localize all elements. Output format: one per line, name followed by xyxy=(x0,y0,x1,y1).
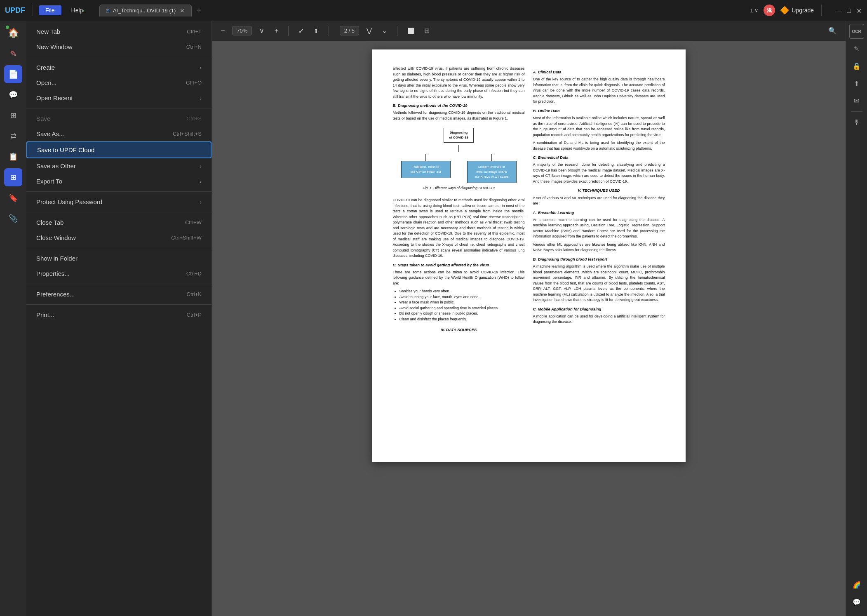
file-menu: New Tab Ctrl+T New Window Ctrl+N Create … xyxy=(26,21,212,616)
sidebar-icon-pdf[interactable]: 📄 xyxy=(4,65,22,83)
mail-icon[interactable]: ✉ xyxy=(849,93,864,108)
fit-page-button[interactable]: ⤢ xyxy=(296,25,306,36)
page-last-button[interactable]: ⋁ xyxy=(364,25,374,36)
menu-separator-3 xyxy=(26,191,211,192)
page-next-button[interactable]: ⌄ xyxy=(379,25,390,36)
sidebar-icon-convert[interactable]: ⇄ xyxy=(4,127,22,145)
menu-item-save-to-updf-cloud[interactable]: Save to UPDF Cloud xyxy=(26,141,211,158)
bullet-5: Do not openly cough or sneeze in public … xyxy=(399,311,525,317)
sidebar-icon-edit[interactable]: ✎ xyxy=(4,45,22,63)
menu-item-close-window[interactable]: Close Window Ctrl+Shift+W xyxy=(26,230,211,245)
sidebar-icon-comment[interactable]: 💬 xyxy=(4,86,22,104)
pdf-para-1: affected with COVID-19 virus, if patient… xyxy=(393,66,525,99)
menu-item-save-as[interactable]: Save As... Ctrl+Shift+S xyxy=(26,126,211,141)
pdf-para-4: There are some actions can be taken to a… xyxy=(393,270,525,287)
sidebar-icon-form[interactable]: 📋 xyxy=(4,148,22,166)
fig-branch-right: Modern method ofmedical image scanslike … xyxy=(467,154,517,183)
columns-button[interactable]: ⊞ xyxy=(422,25,432,36)
menu-item-preferences[interactable]: Preferences... Ctrl+K xyxy=(26,287,211,302)
arrow-icon-protect: › xyxy=(200,199,202,205)
menu-item-label: New Tab xyxy=(36,28,60,35)
arrow-icon-open-recent: › xyxy=(200,95,202,101)
edit-icon[interactable]: ✎ xyxy=(849,41,864,56)
color-icon[interactable]: 🌈 xyxy=(849,577,864,592)
pdf-para-a2: An ensemble machine learning can be used… xyxy=(533,217,665,240)
arrow-icon-create: › xyxy=(200,64,202,71)
menu-item-close-tab[interactable]: Close Tab Ctrl+W xyxy=(26,215,211,230)
pdf-subtitle-c: C. Steps taken to avoid getting affected… xyxy=(393,262,525,268)
tab-area: ⊡ AI_Techniqu...OVID-19 (1) ✕ + xyxy=(99,5,747,16)
menu-item-properties[interactable]: Properties... Ctrl+D xyxy=(26,266,211,281)
pdf-area: − 70% ∨ + ⤢ ⬆ 2 / 5 ⋁ ⌄ ⬜ ⊞ 🔍 affected xyxy=(212,21,846,616)
mic-icon[interactable]: 🎙 xyxy=(849,115,864,130)
menu-item-label: Close Tab xyxy=(36,219,63,226)
sidebar-icon-home[interactable]: 🏠 xyxy=(4,24,22,42)
pdf-subtitle-b-right: B. Online Data xyxy=(533,108,665,114)
fig-traditional-box: Traditional methodlike Cotton swab test xyxy=(401,161,451,178)
menu-item-new-window[interactable]: New Window Ctrl+N xyxy=(26,39,211,54)
menu-item-label: Properties... xyxy=(36,270,70,277)
menu-separator-6 xyxy=(26,284,211,284)
sidebar-icon-organize[interactable]: ⊞ xyxy=(4,106,22,125)
pdf-subtitle-a: A. Clinical Data xyxy=(533,69,665,75)
menu-item-label: Create xyxy=(36,64,55,71)
file-menu-button[interactable]: File xyxy=(39,5,61,15)
menu-separator-5 xyxy=(26,248,211,248)
fig-main-box: Diagnosingof COVID-19 xyxy=(444,128,474,143)
zoom-display: 70% xyxy=(232,26,252,35)
fig-branches: Traditional methodlike Cotton swab test … xyxy=(401,154,517,183)
tab-close-button[interactable]: ✕ xyxy=(179,7,186,14)
menu-shortcut-preferences: Ctrl+K xyxy=(187,291,202,297)
menu-item-create[interactable]: Create › xyxy=(26,60,211,75)
lock-icon[interactable]: 🔒 xyxy=(849,59,864,73)
pdf-left-column: affected with COVID-19 virus, if patient… xyxy=(393,66,525,335)
menu-item-save[interactable]: Save Ctrl+S xyxy=(26,111,211,126)
pdf-para-b2b: A machine learning algorithm is used whe… xyxy=(533,264,665,303)
menu-item-protect-password[interactable]: Protect Using Password › xyxy=(26,194,211,209)
menu-item-label: Save As... xyxy=(36,130,64,137)
menu-shortcut-save: Ctrl+S xyxy=(187,115,202,122)
right-divider-1 xyxy=(851,111,862,112)
right-sidebar: OCR ✎ 🔒 ⬆ ✉ 🎙 🌈 💬 xyxy=(846,21,867,616)
upload-icon[interactable]: ⬆ xyxy=(849,76,864,91)
maximize-button[interactable]: □ xyxy=(846,7,852,14)
present-button[interactable]: ⬜ xyxy=(405,26,417,36)
pdf-page: affected with COVID-19 virus, if patient… xyxy=(372,49,686,462)
zoom-dropdown-button[interactable]: ∨ xyxy=(257,25,267,36)
close-button[interactable]: ✕ xyxy=(855,7,862,14)
toolbar-sep-3 xyxy=(397,26,397,36)
menu-item-show-in-folder[interactable]: Show in Folder xyxy=(26,251,211,266)
titlebar: UPDF File Help• ⊡ AI_Techniqu...OVID-19 … xyxy=(0,0,867,21)
fig-line-left xyxy=(425,154,426,161)
fit-width-button[interactable]: ⬆ xyxy=(311,26,321,36)
menu-item-new-tab[interactable]: New Tab Ctrl+T xyxy=(26,24,211,39)
menu-shortcut-new-tab: Ctrl+T xyxy=(187,28,202,35)
zoom-out-button[interactable]: − xyxy=(219,26,227,36)
sidebar-icon-bookmark[interactable]: 🔖 xyxy=(4,189,22,207)
menu-item-save-as-other[interactable]: Save as Other › xyxy=(26,158,211,174)
pdf-para-b: Most of the information is available onl… xyxy=(533,115,665,138)
menu-item-open-recent[interactable]: Open Recent › xyxy=(26,90,211,106)
bullet-2: Avoid touching your face, mouth, eyes an… xyxy=(399,294,525,300)
menu-item-export-to[interactable]: Export To › xyxy=(26,174,211,189)
menu-shortcut-save-as: Ctrl+Shift+S xyxy=(173,131,202,137)
tab-add-button[interactable]: + xyxy=(193,6,204,15)
active-tab[interactable]: ⊡ AI_Techniqu...OVID-19 (1) ✕ xyxy=(99,5,192,16)
ocr-icon[interactable]: OCR xyxy=(849,24,864,39)
menu-item-label: Export To xyxy=(36,178,62,185)
search-button[interactable]: 🔍 xyxy=(826,25,839,36)
pdf-content: affected with COVID-19 virus, if patient… xyxy=(212,41,846,616)
pdf-subtitle-c-right: C. Biomedical Data xyxy=(533,155,665,160)
sidebar-icon-layers[interactable]: ⊞ xyxy=(4,168,22,186)
fig-caption: Fig. 1. Different ways of diagnosing COV… xyxy=(423,186,494,191)
pdf-bullet-list: Sanitize your hands very often. Avoid to… xyxy=(393,289,525,322)
menu-item-print[interactable]: Print... Ctrl+P xyxy=(26,307,211,322)
minimize-button[interactable]: — xyxy=(836,7,842,14)
chat-icon[interactable]: 💬 xyxy=(849,595,864,609)
upgrade-button[interactable]: 🔶 Upgrade xyxy=(780,6,814,15)
pdf-subtitle-c2: C. Mobile Application for Diagnosing xyxy=(533,306,665,312)
sidebar-icon-attach[interactable]: 📎 xyxy=(4,209,22,228)
help-button[interactable]: Help• xyxy=(65,5,91,15)
zoom-in-button[interactable]: + xyxy=(272,26,280,36)
menu-item-open[interactable]: Open... Ctrl+O xyxy=(26,75,211,90)
